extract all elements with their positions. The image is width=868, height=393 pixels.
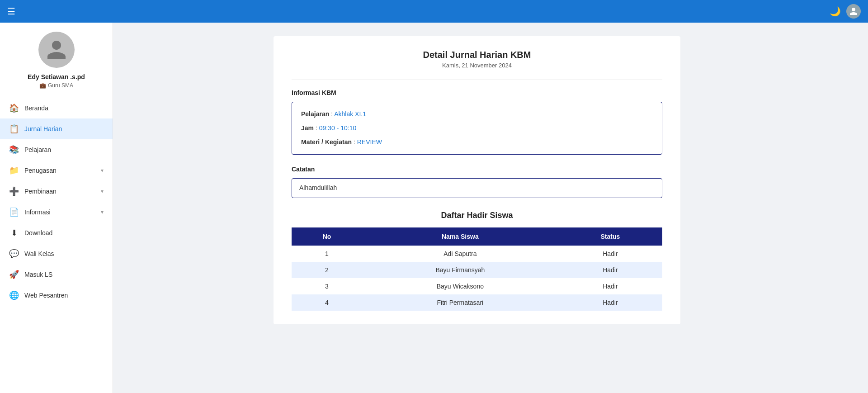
cell-nama: Fitri Permatasari (362, 294, 558, 311)
folder-icon: 📁 (9, 166, 19, 175)
catatan-label: Catatan (292, 166, 662, 173)
header-left: ☰ (7, 6, 15, 17)
sidebar-item-wali-kelas[interactable]: 💬 Wali Kelas (0, 243, 113, 264)
layout: Edy Setiawan .s.pd 💼 Guru SMA 🏠 Beranda … (0, 23, 868, 393)
sidebar-label-wali: Wali Kelas (24, 250, 104, 257)
sidebar-label-informasi: Informasi (24, 208, 95, 216)
home-icon: 🏠 (9, 103, 19, 113)
globe-icon: 🌐 (9, 290, 19, 300)
chevron-down-icon-3: ▾ (101, 209, 104, 215)
top-header: ☰ 🌙 (0, 0, 868, 23)
sidebar: Edy Setiawan .s.pd 💼 Guru SMA 🏠 Beranda … (0, 23, 113, 393)
user-avatar-icon[interactable] (846, 4, 861, 19)
materi-row: Materi / Kegiatan : REVIEW (301, 137, 653, 147)
sidebar-label-masuk-ls: Masuk LS (24, 271, 104, 278)
chevron-down-icon: ▾ (101, 167, 104, 174)
download-icon: ⬇ (9, 228, 19, 238)
col-header-status: Status (558, 227, 662, 246)
sidebar-item-jurnal-harian[interactable]: 📋 Jurnal Harian (0, 118, 113, 139)
materi-value: REVIEW (357, 138, 382, 146)
table-row: 2 Bayu Firmansyah Hadir (292, 262, 662, 278)
plus-icon: ➕ (9, 186, 19, 196)
sidebar-label-pembinaan: Pembinaan (24, 188, 95, 195)
chevron-down-icon-2: ▾ (101, 188, 104, 194)
attendance-table: No Nama Siswa Status 1 Adi Saputra Hadir… (292, 227, 662, 311)
jam-label: Jam (301, 124, 314, 132)
cell-status: Hadir (558, 262, 662, 278)
table-row: 4 Fitri Permatasari Hadir (292, 294, 662, 311)
nav-menu: 🏠 Beranda 📋 Jurnal Harian 📚 Pelajaran 📁 … (0, 98, 113, 306)
sidebar-item-pembinaan[interactable]: ➕ Pembinaan ▾ (0, 181, 113, 202)
jam-row: Jam : 09:30 - 10:10 (301, 123, 653, 133)
cell-no: 1 (292, 246, 362, 262)
sidebar-item-web-pesantren[interactable]: 🌐 Web Pesantren (0, 285, 113, 306)
informasi-kbm-label: Informasi KBM (292, 89, 662, 96)
info-icon: 📄 (9, 207, 19, 217)
table-header-row: No Nama Siswa Status (292, 227, 662, 246)
cell-status: Hadir (558, 294, 662, 311)
sidebar-item-masuk-ls[interactable]: 🚀 Masuk LS (0, 264, 113, 285)
jam-value: 09:30 - 10:10 (319, 124, 357, 132)
pelajaran-row: Pelajaran : Akhlak XI.1 (301, 109, 653, 119)
catatan-box: Alhamdulillah (292, 178, 662, 198)
informasi-kbm-box: Pelajaran : Akhlak XI.1 Jam : 09:30 - 10… (292, 102, 662, 155)
pelajaran-label: Pelajaran (301, 110, 329, 118)
sidebar-label-pelajaran: Pelajaran (24, 146, 104, 153)
journal-icon: 📋 (9, 124, 19, 134)
materi-label: Materi / Kegiatan (301, 138, 352, 146)
sidebar-item-beranda[interactable]: 🏠 Beranda (0, 98, 113, 118)
sidebar-label-penugasan: Penugasan (24, 167, 95, 174)
avatar (38, 32, 75, 68)
divider (292, 80, 662, 80)
sidebar-item-penugasan[interactable]: 📁 Penugasan ▾ (0, 160, 113, 181)
sidebar-label-jurnal: Jurnal Harian (24, 125, 104, 133)
main-content: Detail Jurnal Harian KBM Kamis, 21 Novem… (113, 23, 841, 393)
cell-no: 4 (292, 294, 362, 311)
col-header-no: No (292, 227, 362, 246)
table-row: 1 Adi Saputra Hadir (292, 246, 662, 262)
sidebar-label-download: Download (24, 229, 104, 237)
cell-no: 2 (292, 262, 362, 278)
rocket-icon: 🚀 (9, 270, 19, 279)
cell-status: Hadir (558, 278, 662, 294)
user-role: 💼 Guru SMA (39, 82, 73, 89)
cell-nama: Bayu Wicaksono (362, 278, 558, 294)
sidebar-item-informasi[interactable]: 📄 Informasi ▾ (0, 202, 113, 223)
page-date: Kamis, 21 November 2024 (292, 62, 662, 69)
col-header-nama: Nama Siswa (362, 227, 558, 246)
sidebar-label-web: Web Pesantren (24, 292, 104, 299)
chat-icon: 💬 (9, 249, 19, 259)
sidebar-label-beranda: Beranda (24, 104, 104, 112)
pelajaran-value: Akhlak XI.1 (334, 110, 366, 118)
briefcase-icon: 💼 (39, 82, 46, 89)
daftar-hadir-title: Daftar Hadir Siswa (292, 211, 662, 220)
cell-nama: Adi Saputra (362, 246, 558, 262)
right-panel (841, 23, 868, 393)
user-name: Edy Setiawan .s.pd (28, 73, 85, 80)
materi-separator: : (354, 138, 357, 146)
cell-status: Hadir (558, 246, 662, 262)
table-row: 3 Bayu Wicaksono Hadir (292, 278, 662, 294)
sidebar-item-pelajaran[interactable]: 📚 Pelajaran (0, 139, 113, 160)
hamburger-icon[interactable]: ☰ (7, 6, 15, 17)
header-right: 🌙 (830, 4, 861, 19)
page-title: Detail Jurnal Harian KBM (292, 50, 662, 60)
cell-nama: Bayu Firmansyah (362, 262, 558, 278)
jam-separator: : (316, 124, 319, 132)
sidebar-item-download[interactable]: ⬇ Download (0, 223, 113, 243)
cell-no: 3 (292, 278, 362, 294)
content-card: Detail Jurnal Harian KBM Kamis, 21 Novem… (274, 36, 680, 324)
book-icon: 📚 (9, 145, 19, 155)
moon-icon[interactable]: 🌙 (830, 6, 841, 17)
